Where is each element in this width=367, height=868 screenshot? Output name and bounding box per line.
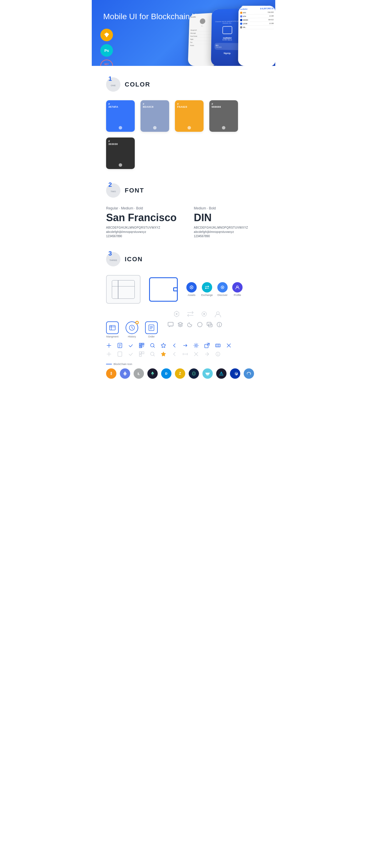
svg-rect-16 (168, 322, 173, 326)
layers-icon (177, 321, 184, 328)
font-name-din: DIN (194, 212, 248, 224)
icon-section: 3 THREE ICON Assets (92, 249, 275, 390)
circle-icon (197, 321, 203, 328)
info-icon (216, 321, 223, 328)
icon-gray-profile (213, 309, 223, 318)
color-swatch-blue[interactable]: #3574FA (106, 100, 135, 132)
color-swatch-gray[interactable]: #666666 (209, 100, 238, 132)
share-icon (182, 343, 188, 348)
font-numbers-din: 1234567890 (194, 235, 248, 238)
check-icon (128, 343, 134, 348)
star-icon (161, 343, 166, 348)
font-lowercase-sf: abcdefghijklmnopqrstuvwxyz (106, 230, 177, 234)
nav-icons-gray (106, 309, 261, 318)
svg-point-0 (191, 287, 192, 288)
section-num-circle-2: 2 TWO (106, 183, 120, 198)
chat2-icon (206, 321, 213, 328)
crypto-icons-row: ₿ Ł Đ Z (106, 368, 261, 379)
search-icon (150, 343, 156, 348)
search-gray-icon (150, 351, 156, 357)
svg-rect-48 (118, 352, 122, 356)
color-swatch-dark[interactable]: #303030 (106, 137, 135, 169)
arrows-gray-icon (182, 351, 188, 357)
font-uppercase-sf: ABCDEFGHIJKLMNOPQRSTUVWXYZ (106, 226, 177, 229)
icon-gray-exchange (186, 309, 195, 318)
font-col-sf: Regular · Medium · Bold San Francisco AB… (106, 206, 177, 238)
icon-item-mangment: Mangment (106, 321, 119, 338)
crypto-verge (216, 368, 227, 379)
color-swatch-orange[interactable]: #F5A623 (175, 100, 204, 132)
section-header-icon: 3 THREE ICON (106, 252, 261, 267)
svg-point-22 (219, 323, 220, 324)
color-swatch-slate[interactable]: #8DA0C8 (140, 100, 169, 132)
svg-point-39 (195, 345, 197, 346)
svg-rect-32 (142, 344, 143, 345)
font-numbers-sf: 1234567890 (106, 235, 177, 238)
crypto-bitcoin: ₿ (106, 368, 116, 379)
sketch-badge (101, 29, 113, 41)
crypto-matic (230, 368, 240, 379)
note-edit-icon (117, 343, 123, 348)
section-title-font: FONT (125, 187, 144, 194)
crypto-grid (189, 368, 199, 379)
x-gray-icon (193, 351, 199, 357)
ps-badge: Ps (101, 44, 113, 57)
svg-point-4 (176, 313, 177, 315)
info-gray-icon (215, 351, 221, 357)
font-lowercase-din: abcdefghijklmnopqrstuvwxyz (194, 230, 248, 234)
crypto-nem (147, 368, 158, 379)
arrow-right-gray-icon (204, 351, 210, 357)
small-icons-row1 (106, 343, 261, 348)
svg-point-58 (218, 353, 218, 353)
icon-item-assets: Assets (186, 282, 197, 297)
star-highlight-icon (161, 351, 166, 357)
note-gray-icon (117, 351, 123, 357)
font-style-din: Medium · Bold (194, 206, 248, 210)
font-col-din: Medium · Bold DIN ABCDEFGHIJKLMNOPQRSTUV… (194, 206, 248, 238)
export-icon (204, 343, 210, 348)
phone-right: myWallet $ 6,297,502.12 BTC 738-2003 ETH… (238, 6, 275, 66)
svg-point-17 (198, 322, 202, 327)
plus-gray-icon (106, 351, 112, 357)
chat-icon (167, 321, 174, 328)
chevron-left-gray-icon (171, 351, 177, 357)
svg-rect-8 (110, 326, 115, 330)
section-title-color: COLOR (125, 81, 150, 88)
resize-icon (215, 343, 221, 348)
nav-icons-colored: Assets Exchange Discover (186, 282, 243, 297)
hero-badges: Ps 60+Screens (101, 29, 113, 66)
app-icons-row: Mangment History (106, 321, 261, 338)
svg-line-38 (153, 346, 154, 347)
crypto-waves (202, 368, 213, 379)
icon-item-history: History (125, 321, 138, 338)
moon-icon (187, 321, 193, 328)
font-name-sf: San Francisco (106, 212, 177, 224)
svg-rect-49 (139, 352, 141, 354)
chevron-left-icon (171, 343, 177, 348)
font-section: 2 TWO FONT Regular · Medium · Bold San F… (92, 181, 275, 249)
svg-marker-60 (193, 372, 195, 375)
small-icons-row2 (106, 351, 261, 357)
crypto-other (244, 368, 254, 379)
icon-item-profile: Profile (232, 282, 243, 297)
font-uppercase-din: ABCDEFGHIJKLMNOPQRSTUVWXYZ (194, 226, 248, 229)
qr-icon (139, 343, 144, 348)
svg-rect-30 (140, 344, 141, 345)
x-icon (226, 343, 232, 348)
wireframe-icon (106, 275, 140, 304)
font-style-sf: Regular · Medium · Bold (106, 206, 177, 210)
icon-item-discover: Discover (217, 282, 228, 297)
svg-marker-59 (192, 372, 195, 376)
svg-line-53 (153, 355, 154, 356)
plus-icon (106, 343, 112, 348)
icon-gray-assets (172, 309, 181, 318)
section-num-circle-1: 1 ONE (106, 78, 120, 92)
phones-mockup: Profile AI... Mangment Message Real Esta… (138, 3, 275, 66)
section-title-icon: ICON (125, 255, 143, 263)
svg-rect-34 (140, 346, 141, 347)
utility-icons-gray (167, 321, 223, 328)
font-columns: Regular · Medium · Bold San Francisco AB… (106, 206, 261, 238)
icon-item-exchange: Exchange (201, 282, 213, 297)
svg-point-6 (203, 313, 205, 315)
section-num-circle-3: 3 THREE (106, 252, 120, 267)
